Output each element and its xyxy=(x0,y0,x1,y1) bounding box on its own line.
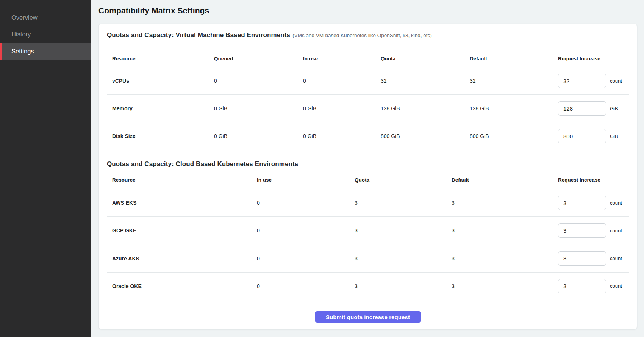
resource-name: GCP GKE xyxy=(107,227,257,234)
in-use-value: 0 xyxy=(303,78,381,84)
column-header-in-use: In use xyxy=(303,56,381,61)
unit-label: GiB xyxy=(610,106,618,111)
disk-size-request-increase-input[interactable] xyxy=(558,129,606,143)
table-row: AWS EKS 0 3 3 count xyxy=(107,189,629,217)
unit-label: count xyxy=(610,228,622,234)
resource-name: AWS EKS xyxy=(107,200,257,206)
quota-value: 3 xyxy=(355,200,452,206)
table-row: vCPUs 0 0 32 32 count xyxy=(107,67,629,95)
sidebar: Overview History Settings xyxy=(0,0,91,337)
memory-request-increase-input[interactable] xyxy=(558,101,606,116)
vcpus-request-increase-input[interactable] xyxy=(558,74,606,88)
unit-label: count xyxy=(610,78,622,84)
default-value: 128 GiB xyxy=(470,105,558,111)
in-use-value: 0 xyxy=(257,255,355,262)
resource-name: Azure AKS xyxy=(107,255,257,262)
default-value: 3 xyxy=(452,283,558,289)
unit-label: count xyxy=(610,200,622,206)
table-header-row: Resource In use Quota Default Request In… xyxy=(107,171,629,189)
sidebar-item-overview[interactable]: Overview xyxy=(0,9,91,26)
in-use-value: 0 GiB xyxy=(303,105,381,111)
quota-value: 128 GiB xyxy=(381,105,470,111)
active-accent-bar xyxy=(0,43,2,60)
column-header-default: Default xyxy=(470,56,558,61)
sidebar-item-history[interactable]: History xyxy=(0,26,91,43)
column-header-resource: Resource xyxy=(107,177,257,183)
sidebar-item-settings[interactable]: Settings xyxy=(0,43,91,60)
aws-eks-request-increase-input[interactable] xyxy=(558,196,606,210)
table-row: Memory 0 GiB 0 GiB 128 GiB 128 GiB GiB xyxy=(107,95,629,122)
section-title-text: Quotas and Capacity: Virtual Machine Bas… xyxy=(107,31,290,39)
column-header-in-use: In use xyxy=(257,177,355,183)
section-title-vm: Quotas and Capacity: Virtual Machine Bas… xyxy=(107,31,629,39)
column-header-default: Default xyxy=(452,177,558,183)
in-use-value: 0 xyxy=(257,283,355,289)
section-note: (VMs and VM-based Kubernetes like OpenSh… xyxy=(292,33,432,38)
resource-name: vCPUs xyxy=(107,78,214,84)
default-value: 3 xyxy=(452,255,558,262)
unit-label: GiB xyxy=(610,133,618,139)
default-value: 3 xyxy=(452,200,558,206)
queued-value: 0 GiB xyxy=(214,105,303,111)
default-value: 32 xyxy=(470,78,558,84)
column-header-quota: Quota xyxy=(381,56,470,61)
column-header-request-increase: Request Increase xyxy=(558,56,629,61)
unit-label: count xyxy=(610,283,622,289)
sidebar-item-label: Overview xyxy=(11,14,38,21)
quota-value: 32 xyxy=(381,78,470,84)
quotas-card: Quotas and Capacity: Virtual Machine Bas… xyxy=(98,24,637,329)
resource-name: Memory xyxy=(107,105,214,111)
default-value: 3 xyxy=(452,227,558,234)
in-use-value: 0 xyxy=(257,227,355,234)
button-row: Submit quota increase request xyxy=(107,311,629,323)
column-header-quota: Quota xyxy=(355,177,452,183)
queued-value: 0 xyxy=(214,78,303,84)
quota-value: 3 xyxy=(355,227,452,234)
resource-name: Disk Size xyxy=(107,133,214,139)
main-content: Compatibility Matrix Settings Quotas and… xyxy=(91,0,644,337)
in-use-value: 0 xyxy=(257,200,355,206)
section-title-text: Quotas and Capacity: Cloud Based Kuberne… xyxy=(107,160,298,168)
column-header-queued: Queued xyxy=(214,56,303,61)
table-row: Azure AKS 0 3 3 count xyxy=(107,245,629,273)
table-row: Oracle OKE 0 3 3 count xyxy=(107,273,629,300)
quota-value: 3 xyxy=(355,283,452,289)
quota-value: 800 GiB xyxy=(381,133,470,139)
gcp-gke-request-increase-input[interactable] xyxy=(558,223,606,238)
section-title-cloud: Quotas and Capacity: Cloud Based Kuberne… xyxy=(107,160,629,168)
table-header-row: Resource Queued In use Quota Default Req… xyxy=(107,50,629,67)
default-value: 800 GiB xyxy=(470,133,558,139)
column-header-resource: Resource xyxy=(107,56,214,61)
unit-label: count xyxy=(610,255,622,261)
sidebar-item-label: History xyxy=(11,31,31,38)
column-header-request-increase: Request Increase xyxy=(558,177,629,183)
resource-name: Oracle OKE xyxy=(107,283,257,289)
queued-value: 0 GiB xyxy=(214,133,303,139)
table-row: GCP GKE 0 3 3 count xyxy=(107,217,629,245)
in-use-value: 0 GiB xyxy=(303,133,381,139)
sidebar-item-label: Settings xyxy=(11,48,34,55)
table-row: Disk Size 0 GiB 0 GiB 800 GiB 800 GiB Gi… xyxy=(107,122,629,150)
azure-aks-request-increase-input[interactable] xyxy=(558,251,606,266)
page-title: Compatibility Matrix Settings xyxy=(98,5,637,16)
oracle-oke-request-increase-input[interactable] xyxy=(558,279,606,293)
quota-value: 3 xyxy=(355,255,452,262)
submit-quota-increase-button[interactable]: Submit quota increase request xyxy=(315,311,421,323)
